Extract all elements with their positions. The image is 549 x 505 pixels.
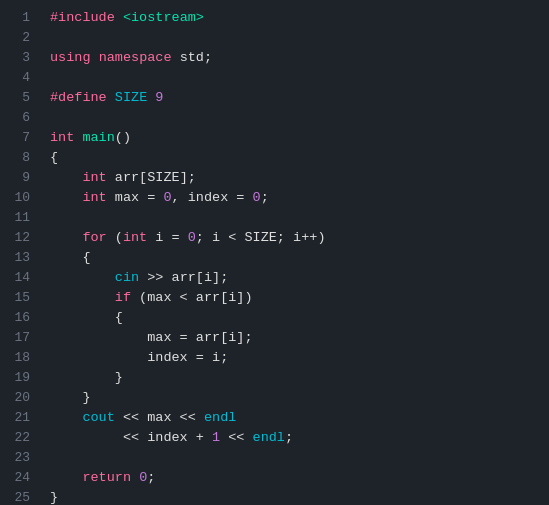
code-line [50,28,537,48]
code-line [50,448,537,468]
code-line: cout << max << endl [50,408,537,428]
code-line: } [50,488,537,505]
code-line: return 0; [50,468,537,488]
line-number: 23 [0,448,30,468]
line-number: 16 [0,308,30,328]
code-line: #define SIZE 9 [50,88,537,108]
code-line: { [50,248,537,268]
line-number: 4 [0,68,30,88]
code-line: if (max < arr[i]) [50,288,537,308]
code-line: #include <iostream> [50,8,537,28]
code-line: } [50,388,537,408]
code-line: << index + 1 << endl; [50,428,537,448]
line-number: 7 [0,128,30,148]
line-number: 10 [0,188,30,208]
line-number: 15 [0,288,30,308]
line-number: 6 [0,108,30,128]
line-number: 8 [0,148,30,168]
line-number: 21 [0,408,30,428]
code-line [50,108,537,128]
line-numbers: 1234567891011121314151617181920212223242… [0,0,38,505]
code-line: cin >> arr[i]; [50,268,537,288]
code-line: int arr[SIZE]; [50,168,537,188]
line-number: 20 [0,388,30,408]
line-number: 9 [0,168,30,188]
code-editor: 1234567891011121314151617181920212223242… [0,0,549,505]
line-number: 19 [0,368,30,388]
line-number: 17 [0,328,30,348]
code-line: using namespace std; [50,48,537,68]
line-number: 13 [0,248,30,268]
line-number: 5 [0,88,30,108]
code-line [50,208,537,228]
line-number: 22 [0,428,30,448]
code-line: { [50,308,537,328]
line-number: 24 [0,468,30,488]
line-number: 18 [0,348,30,368]
line-number: 11 [0,208,30,228]
line-number: 1 [0,8,30,28]
code-line: int main() [50,128,537,148]
line-number: 12 [0,228,30,248]
code-line [50,68,537,88]
line-number: 2 [0,28,30,48]
line-number: 25 [0,488,30,505]
line-number: 14 [0,268,30,288]
code-line: } [50,368,537,388]
code-line: int max = 0, index = 0; [50,188,537,208]
code-line: { [50,148,537,168]
code-line: index = i; [50,348,537,368]
code-area[interactable]: #include <iostream> using namespace std;… [38,0,549,505]
line-number: 3 [0,48,30,68]
code-line: max = arr[i]; [50,328,537,348]
code-line: for (int i = 0; i < SIZE; i++) [50,228,537,248]
